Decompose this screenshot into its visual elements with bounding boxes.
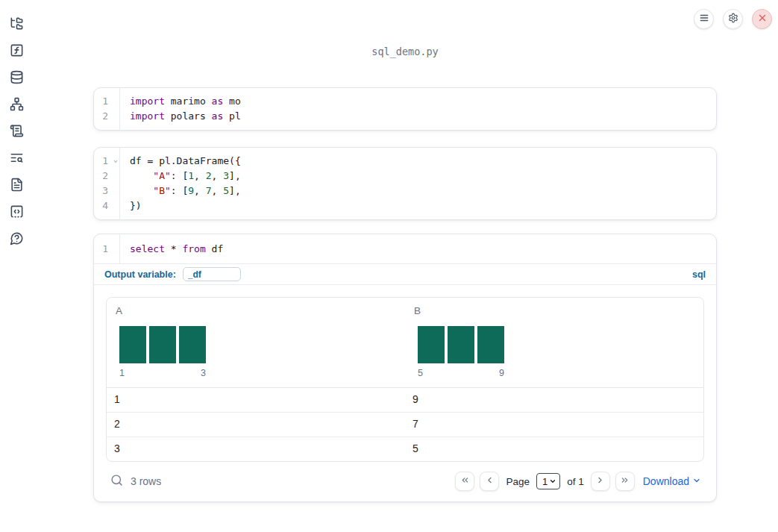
- code-lines[interactable]: df = pl.DataFrame({ "A": [1, 2, 3], "B":…: [120, 148, 716, 219]
- table-cell: 5: [405, 437, 703, 461]
- shutdown-button[interactable]: [752, 9, 772, 29]
- menu-icon: [699, 13, 709, 25]
- line-number: 1: [94, 94, 119, 109]
- code-cell-dataframe[interactable]: 1⌄234df = pl.DataFrame({ "A": [1, 2, 3],…: [93, 147, 717, 220]
- code-line[interactable]: import polars as pl: [130, 109, 716, 124]
- chevron-down-icon: [692, 475, 701, 487]
- file-text-icon: [10, 178, 24, 194]
- table-body: 192735: [107, 388, 703, 461]
- line-number: 1⌄: [94, 154, 119, 169]
- text-search-icon: [10, 151, 24, 167]
- download-label: Download: [643, 475, 689, 487]
- histogram-bar[interactable]: [477, 326, 504, 363]
- database-icon: [10, 70, 24, 87]
- sidebar-item-file-explorer[interactable]: [9, 17, 24, 32]
- line-number-gutter: 1: [94, 234, 120, 263]
- line-number-gutter: 12: [94, 88, 120, 130]
- chevron-right-icon: [595, 475, 605, 487]
- chevrons-left-icon: [460, 475, 470, 487]
- histogram-bar[interactable]: [448, 326, 474, 363]
- notebook-canvas: sql_demo.py 12import marimo as moimport …: [93, 46, 717, 502]
- previous-page-button[interactable]: [480, 472, 499, 491]
- column-histogram[interactable]: [418, 326, 694, 363]
- column-name: A: [116, 305, 396, 316]
- square-function-icon: [10, 43, 24, 60]
- table-header-row: A13B59: [107, 298, 703, 388]
- code-line[interactable]: import marimo as mo: [130, 94, 716, 109]
- table-cell: 1: [107, 388, 405, 412]
- sidebar-item-datasources[interactable]: [9, 71, 24, 86]
- sidebar-item-outline-search[interactable]: [9, 151, 24, 166]
- close-icon: [757, 13, 768, 25]
- page-total-label: of 1: [567, 476, 584, 487]
- table-row[interactable]: 27: [107, 413, 703, 437]
- code-editor[interactable]: 12import marimo as moimport polars as pl: [94, 88, 716, 130]
- code-line[interactable]: df = pl.DataFrame({: [130, 154, 716, 169]
- chevron-left-icon: [485, 475, 495, 487]
- histogram-bar[interactable]: [119, 326, 146, 363]
- histogram-bar[interactable]: [179, 326, 206, 363]
- histogram-bar[interactable]: [418, 326, 445, 363]
- sql-editor[interactable]: 1select * from df: [94, 234, 716, 263]
- sidebar-item-variables[interactable]: [9, 44, 24, 59]
- search-button[interactable]: [110, 474, 123, 489]
- sidebar-item-logs[interactable]: [9, 125, 24, 140]
- file-tree-icon: [10, 16, 24, 33]
- table-row[interactable]: 35: [107, 437, 703, 461]
- line-number: 1: [94, 242, 119, 257]
- sidebar-item-help[interactable]: [9, 232, 24, 247]
- settings-button[interactable]: [723, 9, 743, 29]
- next-page-button[interactable]: [591, 472, 610, 491]
- sidebar-item-documentation[interactable]: [9, 178, 24, 193]
- gear-icon: [728, 13, 738, 25]
- column-histogram[interactable]: [119, 326, 396, 363]
- dataframe-table: A13B59 192735: [106, 297, 704, 462]
- chevrons-right-icon: [620, 475, 630, 487]
- histogram-bar[interactable]: [149, 326, 176, 363]
- first-page-button[interactable]: [455, 472, 474, 491]
- square-code-icon: [10, 204, 24, 221]
- download-button[interactable]: Download: [643, 475, 701, 487]
- histogram-range: 13: [119, 368, 206, 378]
- sidebar-item-dependency-graph[interactable]: [9, 98, 24, 113]
- search-icon: [110, 474, 123, 489]
- language-badge: sql: [692, 269, 706, 280]
- column-header[interactable]: B59: [405, 298, 703, 387]
- code-line[interactable]: "B": [9, 7, 5],: [130, 184, 716, 198]
- cell-output: A13B59 192735 3 rows Page 1: [94, 284, 716, 501]
- page-select-value: 1: [542, 476, 548, 487]
- page-label: Page: [506, 476, 530, 487]
- line-number: 2: [94, 109, 119, 124]
- sql-cell-footer: Output variable: sql: [94, 263, 716, 284]
- histogram-min: 1: [119, 368, 125, 378]
- code-cell-imports[interactable]: 12import marimo as moimport polars as pl: [93, 87, 717, 131]
- page-select[interactable]: 1: [536, 473, 560, 489]
- code-lines[interactable]: select * from df: [120, 234, 716, 263]
- table-row[interactable]: 19: [107, 388, 703, 413]
- column-header[interactable]: A13: [107, 298, 405, 387]
- pagination: Page 1 of 1: [455, 472, 634, 491]
- table-cell: 7: [405, 413, 703, 436]
- line-number: 4: [94, 198, 119, 213]
- sidebar-item-snippets[interactable]: [9, 205, 24, 220]
- code-line[interactable]: "A": [1, 2, 3],: [130, 169, 716, 184]
- scroll-text-icon: [10, 124, 24, 140]
- code-line[interactable]: select * from df: [130, 242, 716, 257]
- code-line[interactable]: }): [130, 198, 716, 213]
- notebook-menu-button[interactable]: [694, 9, 714, 29]
- output-variable-label: Output variable:: [104, 269, 176, 280]
- code-lines[interactable]: import marimo as moimport polars as pl: [120, 88, 716, 130]
- output-variable-input[interactable]: [183, 267, 241, 281]
- column-name: B: [414, 305, 694, 316]
- help-bubble-icon: [10, 231, 24, 248]
- table-cell: 9: [405, 388, 703, 412]
- chevron-down-icon: [549, 476, 556, 487]
- table-cell: 3: [107, 437, 405, 461]
- histogram-range: 59: [418, 368, 504, 378]
- code-editor[interactable]: 1⌄234df = pl.DataFrame({ "A": [1, 2, 3],…: [94, 148, 716, 219]
- histogram-min: 5: [418, 368, 423, 378]
- last-page-button[interactable]: [615, 472, 635, 491]
- row-count: 3 rows: [131, 475, 161, 487]
- sql-cell[interactable]: 1select * from df Output variable: sql A…: [93, 234, 717, 502]
- fold-chevron-icon[interactable]: ⌄: [113, 152, 118, 167]
